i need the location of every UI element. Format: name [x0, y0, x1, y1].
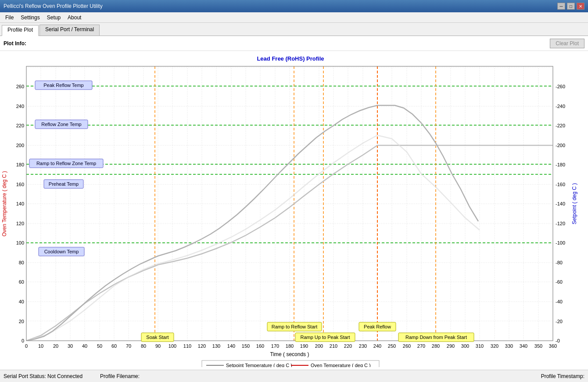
svg-text:180: 180: [286, 343, 294, 349]
peak-reflow-label: Peak Reflow: [364, 324, 391, 329]
svg-text:320: 320: [491, 343, 498, 349]
svg-text:20: 20: [53, 343, 58, 349]
svg-text:-0: -0: [556, 338, 560, 343]
svg-text:330: 330: [505, 343, 513, 349]
chart-container: Lead Free (RoHS) Profile: [0, 51, 588, 370]
tab-profile-plot[interactable]: Profile Plot: [2, 25, 39, 36]
svg-text:360: 360: [549, 343, 557, 349]
tab-bar: Profile Plot Serial Port / Terminal: [0, 23, 588, 36]
preheat-temp-label: Preheat Temp: [49, 181, 79, 187]
svg-text:-260: -260: [556, 84, 565, 89]
svg-text:-200: -200: [556, 143, 565, 148]
menu-settings[interactable]: Settings: [17, 14, 43, 22]
svg-text:310: 310: [476, 343, 484, 349]
svg-text:-240: -240: [556, 104, 565, 109]
window-controls[interactable]: ─ □ ✕: [557, 3, 584, 10]
tab-serial-port[interactable]: Serial Port / Terminal: [39, 25, 100, 36]
svg-text:-220: -220: [556, 123, 565, 128]
svg-text:120: 120: [16, 221, 24, 226]
plot-info-bar: Plot Info: Clear Plot: [0, 36, 588, 51]
menu-setup[interactable]: Setup: [43, 14, 64, 22]
svg-text:240: 240: [16, 104, 24, 109]
y-axis-right-label: Setpoint ( deg C ): [571, 183, 577, 224]
svg-text:10: 10: [38, 343, 43, 349]
chart-svg: Lead Free (RoHS) Profile: [0, 51, 581, 367]
svg-text:190: 190: [300, 343, 308, 349]
svg-text:90: 90: [155, 343, 161, 349]
svg-text:160: 160: [256, 343, 264, 349]
minimize-button[interactable]: ─: [557, 3, 565, 10]
svg-text:340: 340: [520, 343, 527, 349]
status-bar: Serial Port Status: Not Connected Profil…: [0, 370, 588, 382]
svg-text:270: 270: [417, 343, 425, 349]
svg-text:220: 220: [344, 343, 352, 349]
svg-text:280: 280: [432, 343, 440, 349]
svg-text:230: 230: [359, 343, 367, 349]
svg-text:70: 70: [126, 343, 131, 349]
svg-text:0: 0: [22, 338, 24, 343]
ramp-reflow-start-label: Ramp to Reflow Start: [272, 324, 318, 329]
svg-text:180: 180: [16, 162, 24, 167]
x-axis-label: Time ( seconds ): [270, 351, 309, 357]
plot-info-label: Plot Info:: [4, 40, 26, 47]
ramp-up-peak-label: Ramp Up to Peak Start: [300, 335, 350, 340]
svg-text:300: 300: [461, 343, 469, 349]
svg-text:200: 200: [16, 143, 24, 148]
svg-text:290: 290: [447, 343, 455, 349]
svg-text:0: 0: [25, 343, 28, 349]
svg-text:110: 110: [183, 343, 191, 349]
svg-text:60: 60: [19, 279, 24, 285]
svg-text:250: 250: [388, 343, 396, 349]
menu-file[interactable]: File: [2, 14, 17, 22]
svg-text:260: 260: [403, 343, 411, 349]
y-axis-left-label: Oven Temperature ( deg C ): [1, 171, 7, 236]
svg-text:-180: -180: [556, 162, 565, 167]
svg-text:210: 210: [330, 343, 337, 349]
svg-text:40: 40: [19, 299, 24, 304]
clear-plot-button[interactable]: Clear Plot: [550, 39, 584, 48]
svg-text:-120: -120: [556, 221, 565, 226]
svg-text:140: 140: [16, 201, 24, 206]
svg-text:140: 140: [227, 343, 235, 349]
legend-oven: Oven Temperature ( deg C ): [311, 363, 371, 367]
svg-text:100: 100: [169, 343, 176, 349]
reflow-zone-temp-label: Reflow Zone Temp: [41, 122, 82, 127]
svg-text:40: 40: [82, 343, 87, 349]
svg-text:160: 160: [16, 182, 24, 187]
svg-text:50: 50: [97, 343, 102, 349]
svg-text:120: 120: [198, 343, 206, 349]
svg-text:80: 80: [19, 260, 24, 265]
svg-text:-40: -40: [556, 299, 563, 304]
svg-text:-140: -140: [556, 201, 565, 206]
ramp-reflow-zone-label: Ramp to Reflow Zone Temp: [36, 161, 96, 166]
svg-text:240: 240: [373, 343, 381, 349]
svg-text:350: 350: [534, 343, 542, 349]
svg-text:170: 170: [271, 343, 279, 349]
title-bar: Pellicci's Reflow Oven Profile Plotter U…: [0, 0, 588, 12]
svg-text:-60: -60: [556, 279, 563, 285]
window-title: Pellicci's Reflow Oven Profile Plotter U…: [4, 3, 103, 9]
serial-port-status: Serial Port Status: Not Connected: [4, 373, 82, 379]
menu-about[interactable]: About: [64, 14, 85, 22]
cooldown-temp-label: Cooldown Temp: [44, 249, 79, 254]
svg-text:260: 260: [16, 84, 24, 89]
profile-timestamp: Profile Timestamp:: [541, 373, 584, 379]
svg-text:-160: -160: [556, 182, 565, 187]
soak-start-label: Soak Start: [146, 335, 169, 340]
svg-text:60: 60: [111, 343, 117, 349]
svg-text:20: 20: [19, 319, 24, 324]
svg-text:30: 30: [68, 343, 73, 349]
svg-text:-20: -20: [556, 319, 563, 324]
close-button[interactable]: ✕: [577, 3, 584, 10]
peak-reflow-temp-label: Peak Reflow Temp: [43, 83, 84, 88]
svg-text:150: 150: [242, 343, 250, 349]
svg-text:80: 80: [141, 343, 146, 349]
maximize-button[interactable]: □: [567, 3, 575, 10]
profile-filename: Profile Filename:: [100, 373, 140, 379]
svg-text:220: 220: [16, 123, 24, 128]
chart-title: Lead Free (RoHS) Profile: [257, 55, 324, 62]
svg-text:-80: -80: [556, 260, 563, 265]
svg-text:-100: -100: [556, 240, 565, 245]
legend-setpoint: Setpoint Temperature ( deg C ): [226, 363, 292, 367]
svg-text:130: 130: [212, 343, 220, 349]
